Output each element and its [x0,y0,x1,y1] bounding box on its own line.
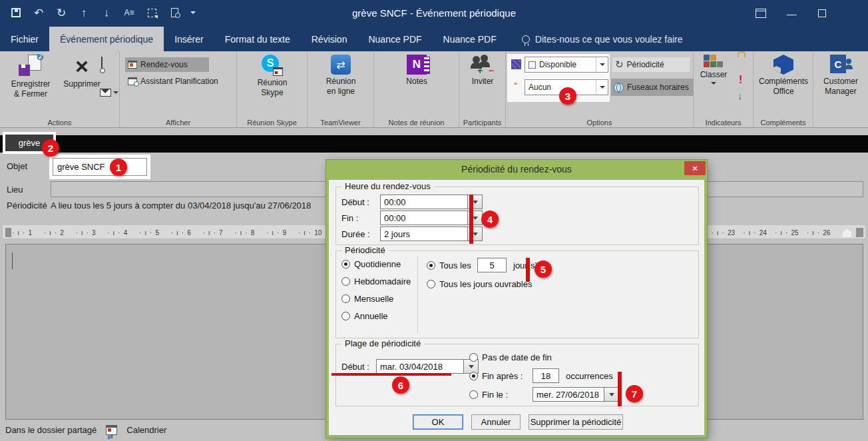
group-options: Disponible ↻ Périodicité Aucun Fuseaux h… [506,51,694,127]
forward-button[interactable] [100,89,118,97]
recurrence-summary-label: Périodicité [7,201,47,211]
minimize-button[interactable]: — [776,0,807,27]
chevron-down-icon [113,91,118,94]
end-time-label: Fin : [341,213,358,223]
customer-manager-button[interactable]: C Customer Manager [816,55,865,97]
high-importance-button[interactable]: ! [739,74,742,86]
radio-yearly[interactable]: Annuelle [341,311,388,321]
titlebar: ↶ ↻ ↑ ↓ A≡ grève SNCF - Événement périod… [0,0,868,27]
ruler-right-margin-marker[interactable] [856,228,863,237]
tab-format-du-texte[interactable]: Format du texte [214,27,301,51]
group-label-skype: Réunion Skype [237,119,307,127]
show-as-icon [511,59,521,69]
office-addins-button[interactable]: Compléments Office [755,55,812,97]
start-time-input[interactable]: 00:00 [380,195,468,209]
chevron-down-icon [596,80,608,95]
dialog-title[interactable]: Périodicité du rendez-vous [326,160,707,179]
radio-dot [341,277,350,286]
group-label-participants: Participants [459,119,505,127]
low-importance-button[interactable]: ↓ [738,90,743,101]
radio-dot [469,390,478,399]
tab-inserer[interactable]: Insérer [164,27,214,51]
pattern-divider [417,256,418,334]
ruler-cell: · ı · 1 [12,229,44,236]
remove-recurrence-button[interactable]: Supprimer la périodicité [529,414,623,430]
end-after-input[interactable]: 18 [533,368,559,383]
ruler-indent-marker[interactable] [843,228,851,237]
timezones-button[interactable]: Fuseaux horaires [611,79,694,96]
calendar-search-icon [101,57,103,71]
scheduling-assistant-button[interactable]: Assistant Planification [125,74,221,89]
annotation-badge-5: 5 [535,260,552,278]
tell-me-box[interactable]: Dites-nous ce que vous voulez faire [522,27,683,51]
ribbon-tabs: Fichier Événement périodique Insérer For… [0,27,868,51]
save-close-button[interactable]: ↻ Enregistrer & Fermer [3,55,59,99]
lightbulb-icon [522,35,530,43]
time-section: Heure du rendez-vous Début : 00:00 Fin :… [335,187,699,245]
tab-fichier[interactable]: Fichier [0,27,49,51]
meeting-notes-button[interactable]: N Notes [397,55,437,87]
end-after-suffix: occurrences [566,371,613,381]
ruler-left-margin-marker[interactable] [5,228,11,237]
duration-input[interactable]: 2 jours [380,226,468,241]
ribbon-display-options-button[interactable] [746,0,776,27]
pattern-section: Périodicité Quotidienne Hebdomadaire Men… [335,250,699,338]
radio-every-n-days[interactable]: Tous les [427,260,471,270]
group-label-teamviewer: TeamViewer [308,119,373,127]
tab-revision[interactable]: Révision [301,27,358,51]
radio-monthly[interactable]: Mensuelle [341,294,393,304]
dialog-close-button[interactable]: × [684,161,706,175]
tab-nuance-pdf-1[interactable]: Nuance PDF [357,27,432,51]
folder-name[interactable]: Calendrier [126,425,166,435]
radio-every-weekday[interactable]: Tous les jours ouvrables [427,279,532,289]
end-by-dropdown[interactable] [604,387,619,402]
group-label-indicateurs: Indicateurs [694,119,753,127]
window-title: grève SNCF - Événement périodique [0,0,868,27]
range-section-legend: Plage de périodicité [341,338,424,348]
show-as-combo[interactable]: Disponible [525,57,608,73]
ruler-cell: · ı · 25 [775,229,807,236]
addins-cube-icon [773,55,793,75]
pattern-section-legend: Périodicité [341,245,389,255]
maximize-button[interactable] [807,0,837,27]
radio-end-after[interactable]: Fin après : [469,371,523,381]
radio-no-end-date[interactable]: Pas de date de fin [469,352,552,362]
radio-daily[interactable]: Quotidienne [341,259,401,269]
subject-input[interactable]: grève SNCF [53,158,147,176]
delete-button[interactable]: × Supprimer [60,55,104,89]
skype-meeting-button[interactable]: S Réunion Skype [244,55,301,98]
ribbon-display-icon [756,9,766,18]
group-actions: ↻ Enregistrer & Fermer × Supprimer Actio… [0,51,120,127]
close-button[interactable]: × [863,0,868,27]
onenote-icon: N [407,55,427,75]
annotation-underline-6 [331,373,451,376]
annotation-badge-3: 3 [559,87,576,105]
calendar-details-button[interactable] [101,59,103,71]
sync-arrows-icon: ↻ [615,59,624,71]
ruler-cell: · ı · 3 [76,229,108,236]
radio-end-by[interactable]: Fin le : [469,390,508,400]
appointment-button[interactable]: Rendez-vous [125,57,209,72]
group-label-actions: Actions [0,119,119,127]
tab-nuance-pdf-2[interactable]: Nuance PDF [433,27,507,51]
ruler-cell: · ı · 23 [712,229,744,236]
teamviewer-icon: ⇄ [331,55,351,75]
every-n-days-input[interactable]: 5 [477,258,507,272]
invite-button[interactable]: +− Inviter [465,55,501,87]
tab-evenement-periodique[interactable]: Événement périodique [49,27,164,51]
skype-icon: S [262,55,283,76]
range-start-input[interactable]: mar. 03/04/2018 [376,359,464,374]
group-notes: N Notes Notes de réunion [374,51,459,127]
radio-weekly[interactable]: Hebdomadaire [341,276,411,286]
end-by-input[interactable]: mer. 27/06/2018 [533,387,604,402]
scheduling-assistant-icon [128,77,137,85]
people-icon: +− [471,55,494,75]
online-meeting-button[interactable]: ⇄ Réunion en ligne [313,55,369,97]
save-close-icon: ↻ [19,55,43,77]
recurrence-button[interactable]: ↻ Périodicité [612,57,690,72]
categorize-button[interactable]: Classer [695,55,732,85]
ok-button[interactable]: OK [413,414,463,430]
ribbon: ↻ Enregistrer & Fermer × Supprimer Actio… [0,51,868,128]
cancel-button[interactable]: Annuler [471,414,521,430]
end-time-input[interactable]: 00:00 [380,211,468,225]
